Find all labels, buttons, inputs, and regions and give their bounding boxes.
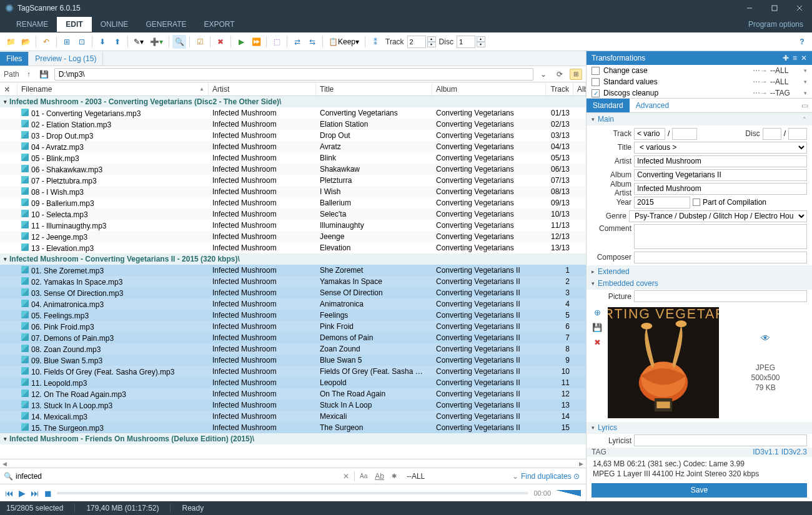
player-play-icon[interactable]: ▶ (19, 488, 26, 498)
table-row[interactable]: 07 - Pletztubra.mp3Infected MushroomPlet… (0, 175, 586, 186)
year-field[interactable] (634, 197, 690, 208)
tab-preview-log[interactable]: Preview - Log (15) (29, 52, 103, 66)
column-album[interactable]: Album (432, 82, 546, 96)
path-input[interactable] (54, 68, 533, 81)
column-albart[interactable]: Alb (573, 82, 586, 96)
undo-icon[interactable]: ↶ (39, 35, 53, 49)
lyricist-field[interactable] (634, 434, 807, 446)
paste-tags-icon[interactable]: ⇆ (305, 35, 319, 49)
album-field[interactable] (634, 169, 807, 181)
disc-total-field[interactable] (788, 128, 807, 140)
transformation-row[interactable]: ✓Discogs cleanup⋯→--TAG▾ (587, 87, 812, 99)
disc-spinner[interactable]: ▴▾ (477, 36, 485, 47)
cover-delete-icon[interactable]: ✖ (592, 337, 603, 348)
rename-dropdown[interactable]: ✎▾ (131, 35, 146, 49)
track-field[interactable] (634, 128, 665, 140)
program-options-link[interactable]: Program options (748, 20, 812, 29)
tag-id3v1-link[interactable]: ID3v1.1 (753, 448, 778, 456)
table-row[interactable]: 09 - Ballerium.mp3Infected MushroomBalle… (0, 197, 586, 208)
menu-generate[interactable]: GENERATE (137, 17, 195, 32)
transformation-checkbox[interactable] (592, 67, 600, 75)
maximize-button[interactable] (762, 0, 787, 16)
renumber-icon[interactable]: ⁑ (369, 35, 382, 49)
tab-advanced[interactable]: Advanced (630, 99, 675, 112)
table-row[interactable]: 13. Stuck In A Loop.mp3Infected Mushroom… (0, 400, 586, 411)
search-case-icon[interactable]: Aa (357, 473, 370, 479)
table-row[interactable]: 07. Demons of Pain.mp3Infected MushroomD… (0, 332, 586, 343)
table-row[interactable]: 11. Leopold.mp3Infected MushroomLeopoldC… (0, 377, 586, 388)
search-regex-icon[interactable]: ✱ (389, 473, 399, 479)
section-covers[interactable]: ▾Embedded covers (587, 278, 812, 290)
menu-online[interactable]: ONLINE (92, 17, 137, 32)
table-row[interactable]: 14. Mexicali.mp3Infected MushroomMexical… (0, 411, 586, 422)
track-total-field[interactable] (672, 128, 697, 140)
albart-field[interactable] (634, 183, 807, 195)
new-folder-icon[interactable]: 📁 (4, 35, 17, 49)
column-artist[interactable]: Artist (209, 82, 316, 96)
minimize-button[interactable] (737, 0, 762, 16)
tag-id3v2-link[interactable]: ID3v2.3 (781, 448, 807, 456)
group-row[interactable]: ▾Infected Mushroom - Converting Vegetari… (0, 253, 586, 265)
table-row[interactable]: 01. She Zoremet.mp3Infected MushroomShe … (0, 265, 586, 276)
path-dropdown-icon[interactable]: ⌄ (537, 68, 550, 81)
section-main[interactable]: ▾Main⌃ (587, 113, 812, 125)
table-row[interactable]: 05. Feelings.mp3Infected MushroomFeeling… (0, 310, 586, 321)
player-volume[interactable] (556, 490, 581, 496)
comment-field[interactable] (634, 224, 807, 249)
group-row[interactable]: ▾Infected Mushroom - 2003 - Converting V… (0, 96, 586, 107)
cover-view-icon[interactable]: 👁 (761, 333, 770, 343)
player-next-icon[interactable]: ⏭ (31, 488, 39, 498)
player-stop-icon[interactable]: ◼ (44, 488, 52, 498)
transformation-checkbox[interactable] (592, 78, 600, 86)
table-row[interactable]: 02. Yamakas In Space.mp3Infected Mushroo… (0, 276, 586, 287)
player-seek[interactable] (57, 492, 528, 494)
file-table-body[interactable]: ▾Infected Mushroom - 2003 - Converting V… (0, 96, 586, 459)
column-title[interactable]: Title (316, 82, 432, 96)
hscroll-right-icon[interactable]: ▶ (579, 461, 586, 467)
table-row[interactable]: 06. Pink Froid.mp3Infected MushroomPink … (0, 321, 586, 332)
track-spinner[interactable]: ▴▾ (427, 36, 436, 47)
track-input[interactable] (407, 36, 426, 48)
move-up-icon[interactable]: ⬆ (111, 35, 124, 49)
find-duplicates-link[interactable]: Find duplicates ⊙ (521, 472, 582, 481)
compilation-checkbox[interactable] (693, 199, 700, 206)
select-all-icon[interactable]: ☑ (193, 35, 207, 49)
tab-files[interactable]: Files (0, 52, 29, 66)
tabs-minimize-icon[interactable]: ▭ (798, 99, 812, 112)
search-scope-dropdown[interactable]: --ALL (402, 472, 430, 481)
menu-export[interactable]: EXPORT (196, 17, 244, 32)
cover-image[interactable]: CONVERTING VEGETARIANS II (608, 307, 719, 418)
search-clear-icon[interactable]: ✕ (343, 472, 349, 481)
view-small-icon[interactable]: ⊡ (75, 35, 89, 49)
section-extended[interactable]: ▸Extended (587, 265, 812, 278)
table-row[interactable]: 02 - Elation Station.mp3Infected Mushroo… (0, 119, 586, 130)
search-toggle-icon[interactable]: 🔍 (172, 35, 186, 49)
column-shuffle-icon[interactable]: ⤨ (0, 82, 17, 96)
transformation-checkbox[interactable]: ✓ (592, 89, 600, 97)
table-row[interactable]: 10 - Selecta.mp3Infected MushroomSelec't… (0, 208, 586, 220)
transformation-row[interactable]: Standard values⋯→--ALL▾ (587, 76, 812, 87)
table-row[interactable]: 12 - Jeenge.mp3Infected MushroomJeengeCo… (0, 231, 586, 242)
cover-add-icon[interactable]: ⊕ (592, 307, 603, 318)
section-lyrics[interactable]: ▾Lyrics (587, 422, 812, 434)
play2-icon[interactable]: ⏩ (249, 35, 263, 49)
transformation-row[interactable]: Change case⋯→--ALL▾ (587, 65, 812, 76)
transformations-add-icon[interactable]: ✚ (783, 54, 789, 62)
search-scope-chevron-icon[interactable]: ⌄ (512, 472, 518, 481)
help-icon[interactable]: ? (796, 37, 808, 46)
table-row[interactable]: 15. The Surgeon.mp3Infected MushroomThe … (0, 422, 586, 433)
menu-edit[interactable]: EDIT (57, 17, 91, 32)
delete-icon[interactable]: ✖ (214, 35, 227, 49)
view-thumb-icon[interactable]: ⊞ (60, 35, 74, 49)
add-folder-icon[interactable]: 📂 (19, 35, 32, 49)
menu-rename[interactable]: RENAME (7, 17, 57, 32)
copy-tags-icon[interactable]: ⇄ (290, 35, 304, 49)
play1-icon[interactable]: ▶ (234, 35, 248, 49)
disc-input[interactable] (457, 36, 475, 48)
group-row[interactable]: ▾Infected Mushroom - Friends On Mushroom… (0, 433, 586, 444)
table-row[interactable]: 03 - Drop Out.mp3Infected MushroomDrop O… (0, 130, 586, 141)
tab-standard[interactable]: Standard (587, 99, 630, 112)
browse-icon[interactable]: ⊞ (570, 69, 582, 80)
genre-field[interactable]: Psy-Trance / Dubstep / Glitch Hop / Elec… (629, 210, 807, 222)
title-field[interactable]: < various > (634, 142, 807, 154)
